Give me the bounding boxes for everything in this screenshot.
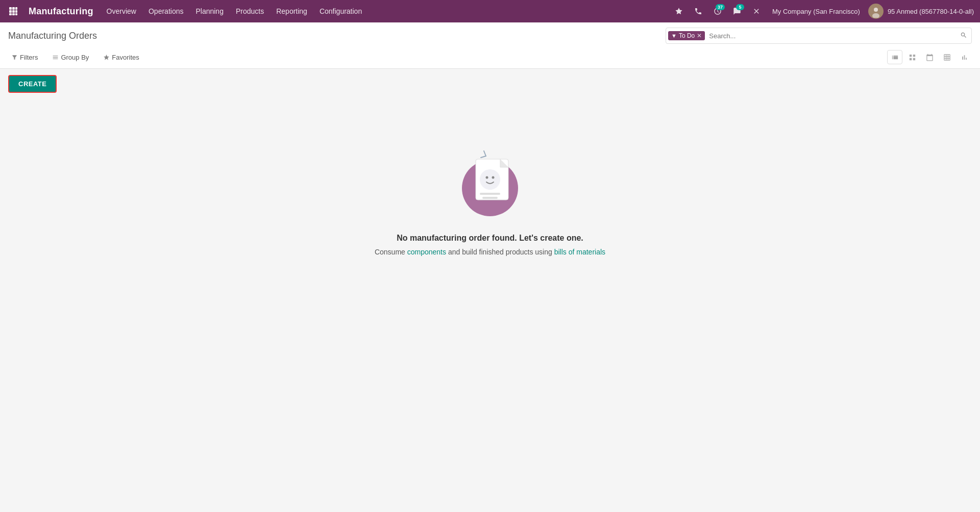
clock-badge: 37: [716, 4, 725, 10]
svg-rect-23: [482, 197, 498, 199]
app-title: Manufacturing: [29, 6, 93, 17]
filter-tag-label: To Do: [679, 32, 695, 39]
chat-badge: 5: [736, 4, 744, 10]
star-icon-btn[interactable]: [671, 4, 687, 19]
bom-link[interactable]: bills of materials: [554, 248, 605, 256]
chat-icon-btn[interactable]: 5: [729, 4, 745, 19]
company-selector[interactable]: My Company (San Francisco): [768, 6, 864, 17]
group-by-label: Group By: [61, 54, 89, 61]
create-button[interactable]: CREATE: [8, 75, 57, 93]
svg-rect-3: [9, 10, 12, 13]
user-label[interactable]: 95 Anmed (8567780-14-0-all): [888, 8, 974, 15]
svg-rect-4: [12, 10, 15, 13]
favorites-button[interactable]: Favorites: [100, 52, 142, 63]
svg-rect-6: [9, 13, 12, 15]
group-by-button[interactable]: Group By: [49, 52, 92, 63]
nav-right: 37 5 My Company (San Francisco) 95 Anmed…: [671, 4, 974, 19]
nav-menu: Overview Operations Planning Products Re…: [102, 4, 368, 18]
action-row: CREATE: [0, 69, 980, 99]
calendar-view-button[interactable]: [922, 50, 937, 64]
nav-overview[interactable]: Overview: [102, 4, 141, 18]
svg-rect-7: [12, 13, 15, 15]
nav-reporting[interactable]: Reporting: [271, 4, 312, 18]
filters-label: Filters: [20, 54, 38, 61]
toolbar-row: Filters Group By Favorites: [8, 47, 972, 68]
svg-rect-0: [9, 7, 12, 10]
kanban-view-button[interactable]: [904, 50, 920, 64]
close-icon-btn[interactable]: [749, 4, 764, 19]
filter-tag-close-icon[interactable]: ✕: [697, 32, 702, 39]
svg-rect-2: [15, 7, 17, 10]
nav-planning[interactable]: Planning: [190, 4, 229, 18]
svg-rect-8: [15, 13, 17, 15]
active-filter-tag[interactable]: ▼ To Do ✕: [668, 31, 705, 40]
nav-configuration[interactable]: Configuration: [314, 4, 367, 18]
svg-point-19: [480, 169, 500, 190]
svg-point-20: [486, 176, 488, 179]
avatar[interactable]: [868, 4, 884, 19]
page-title-row: Manufacturing Orders ▼ To Do ✕: [8, 22, 972, 47]
nav-left: Manufacturing Overview Operations Planni…: [6, 4, 671, 18]
chart-view-button[interactable]: [957, 50, 972, 64]
phone-icon-btn[interactable]: [691, 4, 706, 19]
components-link[interactable]: components: [407, 248, 446, 256]
nav-operations[interactable]: Operations: [143, 4, 188, 18]
svg-point-10: [874, 8, 878, 12]
empty-state: No manufacturing order found. Let's crea…: [0, 99, 980, 276]
filters-button[interactable]: Filters: [8, 52, 41, 63]
empty-illustration: [449, 140, 531, 221]
top-navigation: Manufacturing Overview Operations Planni…: [0, 0, 980, 22]
grid-menu-icon[interactable]: [6, 4, 20, 18]
list-view-button[interactable]: [887, 50, 902, 64]
svg-rect-5: [15, 10, 17, 13]
filter-tag-icon: ▼: [671, 33, 677, 39]
page-header: Manufacturing Orders ▼ To Do ✕ Filters: [0, 22, 980, 69]
page-title: Manufacturing Orders: [8, 31, 97, 41]
search-input[interactable]: [705, 30, 956, 42]
svg-line-13: [484, 151, 486, 156]
search-submit-icon[interactable]: [956, 32, 971, 40]
nav-products[interactable]: Products: [231, 4, 269, 18]
empty-desc: Consume components and build finished pr…: [375, 248, 605, 256]
search-bar: ▼ To Do ✕: [666, 28, 972, 44]
empty-desc-before: Consume: [375, 248, 407, 256]
empty-desc-middle: and build finished products using: [446, 248, 554, 256]
favorites-label: Favorites: [112, 54, 139, 61]
toolbar-right: [887, 50, 972, 64]
toolbar-left: Filters Group By Favorites: [8, 52, 142, 63]
svg-point-21: [492, 176, 495, 179]
clock-icon-btn[interactable]: 37: [710, 4, 725, 19]
table-view-button[interactable]: [939, 50, 954, 64]
svg-rect-1: [12, 7, 15, 10]
empty-title: No manufacturing order found. Let's crea…: [397, 234, 583, 243]
svg-rect-22: [480, 193, 500, 195]
svg-line-14: [481, 156, 486, 158]
